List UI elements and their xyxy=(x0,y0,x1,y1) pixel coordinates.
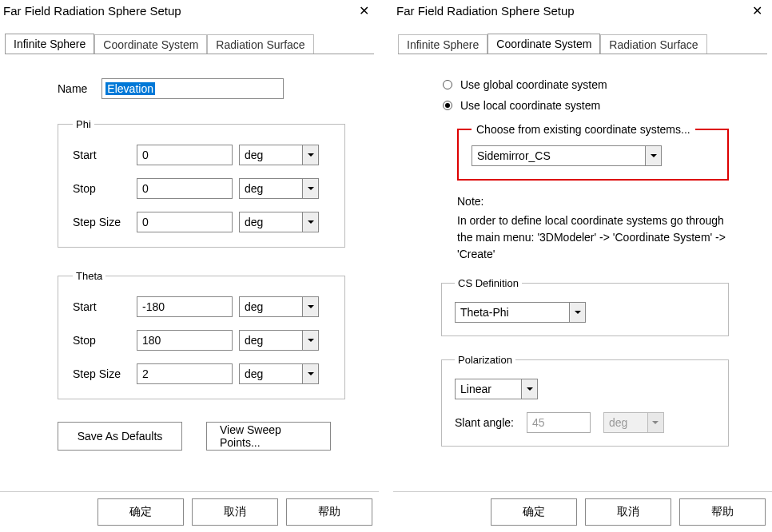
phi-legend: Phi xyxy=(73,118,94,130)
titlebar: Far Field Radiation Sphere Setup ✕ xyxy=(393,0,772,22)
theta-start-unit-combo[interactable]: deg xyxy=(239,296,319,317)
phi-start-label: Start xyxy=(73,149,137,161)
phi-stop-label: Stop xyxy=(73,182,137,195)
theta-step-unit-text: deg xyxy=(240,367,302,380)
radio-icon xyxy=(443,101,452,110)
phi-start-row: Start deg xyxy=(73,145,330,165)
phi-stop-input[interactable] xyxy=(137,178,233,199)
svg-marker-6 xyxy=(651,154,657,157)
cs-definition-group: CS Definition Theta-Phi xyxy=(441,277,729,336)
titlebar: Far Field Radiation Sphere Setup ✕ xyxy=(0,0,379,22)
tab-content-infinite-sphere: Name Elevation Phi Start deg Stop deg xyxy=(5,54,374,491)
bottom-bar: 确定 取消 帮助 xyxy=(0,492,379,532)
chevron-down-icon xyxy=(569,303,585,322)
help-button[interactable]: 帮助 xyxy=(679,498,766,526)
dialog-title: Far Field Radiation Sphere Setup xyxy=(396,4,575,18)
tab-radiation-surface[interactable]: Radiation Surface xyxy=(600,34,706,54)
cancel-button[interactable]: 取消 xyxy=(192,498,278,526)
cancel-button[interactable]: 取消 xyxy=(585,498,671,526)
tab-coordinate-system[interactable]: Coordinate System xyxy=(487,34,600,54)
tab-radiation-surface[interactable]: Radiation Surface xyxy=(207,34,313,54)
tab-coordinate-system[interactable]: Coordinate System xyxy=(94,34,207,54)
theta-stop-input[interactable] xyxy=(137,330,233,351)
name-value-selected: Elevation xyxy=(105,82,155,95)
phi-stop-unit-text: deg xyxy=(240,182,302,195)
name-row: Name Elevation xyxy=(58,78,358,99)
phi-step-unit-combo[interactable]: deg xyxy=(239,212,319,232)
tab-strip: Infinite Sphere Coordinate System Radiat… xyxy=(398,33,767,54)
phi-group: Phi Start deg Stop deg Step Size xyxy=(58,118,345,248)
theta-start-row: Start deg xyxy=(73,296,330,317)
theta-step-input[interactable] xyxy=(137,363,233,384)
cs-definition-combo[interactable]: Theta-Phi xyxy=(455,302,586,323)
svg-marker-5 xyxy=(308,372,314,375)
phi-step-unit-text: deg xyxy=(240,216,302,228)
radio-icon xyxy=(443,80,452,89)
cs-definition-value: Theta-Phi xyxy=(456,306,569,319)
chevron-down-icon xyxy=(521,379,537,399)
dialog-infinite-sphere: Far Field Radiation Sphere Setup ✕ Infin… xyxy=(0,0,379,532)
note-title: Note: xyxy=(457,195,729,208)
use-local-label: Use local coordinate system xyxy=(460,99,600,112)
phi-step-label: Step Size xyxy=(73,216,137,228)
use-local-radio-row[interactable]: Use local coordinate system xyxy=(443,99,751,112)
chevron-down-icon xyxy=(302,331,318,350)
theta-start-input[interactable] xyxy=(137,296,233,317)
polarization-legend: Polarization xyxy=(455,354,515,366)
chevron-down-icon xyxy=(302,364,318,383)
theta-stop-row: Stop deg xyxy=(73,330,330,351)
close-icon[interactable]: ✕ xyxy=(747,3,767,18)
theta-step-label: Step Size xyxy=(73,367,137,380)
choose-cs-legend: Choose from existing coordinate systems.… xyxy=(472,123,695,136)
cs-definition-legend: CS Definition xyxy=(455,277,522,289)
phi-stop-unit-combo[interactable]: deg xyxy=(239,178,319,199)
chevron-down-icon xyxy=(302,212,318,232)
save-as-defaults-button[interactable]: Save As Defaults xyxy=(58,422,182,451)
polarization-combo[interactable]: Linear xyxy=(455,379,538,399)
theta-start-unit-text: deg xyxy=(240,300,302,313)
choose-cs-combo[interactable]: Sidemirror_CS xyxy=(472,145,662,166)
ok-button[interactable]: 确定 xyxy=(491,498,577,526)
chevron-down-icon xyxy=(302,179,318,198)
tab-content-coordinate-system: Use global coordinate system Use local c… xyxy=(398,54,767,491)
phi-start-input[interactable] xyxy=(137,145,233,165)
choose-cs-group: Choose from existing coordinate systems.… xyxy=(457,123,729,181)
note-body: In order to define local coordinate syst… xyxy=(457,212,729,263)
close-icon[interactable]: ✕ xyxy=(354,3,374,18)
use-global-radio-row[interactable]: Use global coordinate system xyxy=(443,78,751,91)
theta-stop-unit-combo[interactable]: deg xyxy=(239,330,319,351)
tab-strip: Infinite Sphere Coordinate System Radiat… xyxy=(5,33,374,54)
chevron-down-icon xyxy=(302,145,318,165)
svg-marker-9 xyxy=(652,421,659,424)
slant-angle-row: Slant angle: deg xyxy=(455,412,715,433)
name-label: Name xyxy=(58,82,87,95)
svg-marker-2 xyxy=(308,220,314,224)
svg-marker-8 xyxy=(527,387,533,391)
svg-marker-7 xyxy=(575,311,581,314)
phi-step-row: Step Size deg xyxy=(73,212,330,232)
help-button[interactable]: 帮助 xyxy=(286,498,372,526)
polarization-group: Polarization Linear Slant angle: deg xyxy=(441,354,729,447)
choose-cs-value: Sidemirror_CS xyxy=(472,149,645,162)
use-global-label: Use global coordinate system xyxy=(460,78,607,91)
bottom-bar: 确定 取消 帮助 xyxy=(393,492,772,532)
ok-button[interactable]: 确定 xyxy=(97,498,184,526)
name-input[interactable]: Elevation xyxy=(101,78,284,99)
theta-step-unit-combo[interactable]: deg xyxy=(239,363,319,384)
phi-step-input[interactable] xyxy=(137,212,233,232)
svg-marker-0 xyxy=(308,153,314,157)
tab-infinite-sphere[interactable]: Infinite Sphere xyxy=(5,34,94,54)
theta-stop-label: Stop xyxy=(73,334,137,347)
theta-group: Theta Start deg Stop deg Step Size xyxy=(58,270,345,399)
theta-stop-unit-text: deg xyxy=(240,334,302,347)
svg-marker-1 xyxy=(308,187,314,190)
dialog-coordinate-system: Far Field Radiation Sphere Setup ✕ Infin… xyxy=(393,0,772,532)
slant-angle-input xyxy=(527,412,591,433)
theta-start-label: Start xyxy=(73,300,137,313)
svg-marker-4 xyxy=(308,339,314,342)
dialog-title: Far Field Radiation Sphere Setup xyxy=(3,4,181,18)
view-sweep-points-button[interactable]: View Sweep Points... xyxy=(206,422,331,451)
svg-marker-3 xyxy=(308,305,314,308)
phi-start-unit-combo[interactable]: deg xyxy=(239,145,319,165)
tab-infinite-sphere[interactable]: Infinite Sphere xyxy=(398,34,487,54)
